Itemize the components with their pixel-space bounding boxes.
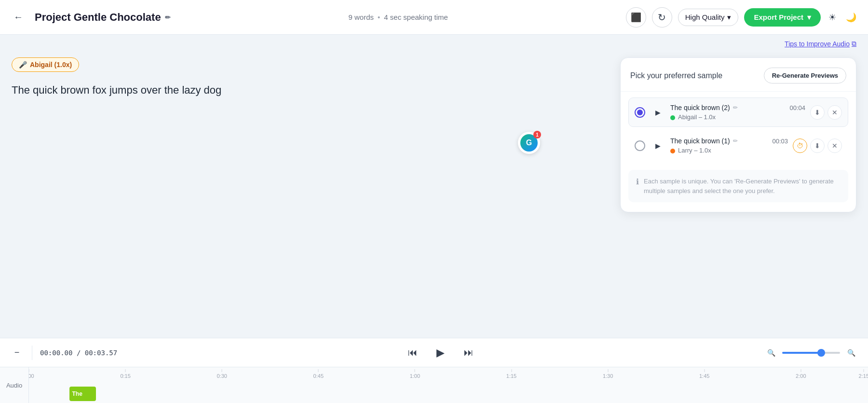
- time-divider: [32, 346, 32, 360]
- quality-button[interactable]: High Quality ▾: [678, 9, 739, 26]
- grammarly-badge[interactable]: G 1: [518, 132, 540, 154]
- edit-project-icon[interactable]: ✏: [165, 14, 171, 21]
- sample-2-edit-icon[interactable]: ✏: [733, 104, 738, 111]
- sample-radio-2[interactable]: [635, 107, 645, 118]
- zoom-slider[interactable]: [782, 352, 840, 354]
- zoom-in-icon: 🔍: [847, 349, 855, 357]
- tickmark-9: [864, 369, 864, 372]
- word-count: 9 words: [349, 13, 374, 21]
- tips-bar: Tips to Improve Audio ⧉: [0, 35, 868, 50]
- minus-icon: −: [14, 347, 20, 358]
- download-sample-1-button[interactable]: ⬇: [810, 139, 825, 153]
- sample-2-time: 00:04: [789, 104, 805, 111]
- tickmark-0: [29, 369, 29, 372]
- timeline-segment[interactable]: The: [69, 387, 96, 401]
- sample-item: ▶ The quick brown (2) ✏ 00:04 Abigail – …: [628, 97, 848, 127]
- play-sample-2-button[interactable]: ▶: [650, 105, 665, 120]
- sample-radio-1[interactable]: [635, 140, 645, 151]
- tick-2:00: 2:00: [796, 373, 806, 379]
- warning-sample-1-button[interactable]: ⏱: [793, 139, 807, 153]
- sun-theme-button[interactable]: ☀: [827, 10, 838, 25]
- main-content: 🎤 Abigail (1.0x) The quick brown fox jum…: [0, 50, 868, 338]
- tick-1:00: 1:00: [410, 373, 420, 379]
- sample-1-name-row: The quick brown (1) ✏ 00:03: [670, 137, 788, 145]
- back-button[interactable]: ←: [10, 10, 27, 25]
- sample-2-voice: Abigail – 1.0x: [678, 113, 716, 121]
- chevron-down-icon: ▾: [727, 13, 731, 22]
- sample-2-actions: ⬇ ✕: [810, 105, 842, 120]
- skip-forward-button[interactable]: ⏭: [460, 344, 477, 361]
- present-button[interactable]: ⬛: [626, 7, 646, 28]
- tickmark-2: [222, 369, 222, 372]
- header-right: ⬛ ↻ High Quality ▾ Export Project ▾ ☀ 🌙: [626, 7, 858, 28]
- zoom-out-button[interactable]: −: [10, 346, 24, 360]
- timeline-track[interactable]: 0:00 0:15 0:30 0:45 1:00 1:15 1:30 1:45 …: [29, 367, 868, 403]
- tickmark-6: [608, 369, 608, 372]
- download-sample-2-button[interactable]: ⬇: [810, 105, 825, 120]
- tickmark-8: [800, 369, 801, 372]
- script-text: The quick brown fox jumps over the lazy …: [12, 80, 609, 100]
- voice-chip[interactable]: 🎤 Abigail (1.0x): [12, 57, 79, 72]
- sample-1-time: 00:03: [772, 138, 788, 145]
- sample-1-dot: [670, 149, 675, 153]
- sample-2-name-row: The quick brown (2) ✏ 00:04: [670, 104, 805, 111]
- export-label: Export Project: [754, 13, 803, 21]
- export-chevron-icon: ▾: [807, 13, 811, 22]
- close-sample-1-button[interactable]: ✕: [827, 139, 842, 153]
- export-button[interactable]: Export Project ▾: [744, 8, 821, 27]
- zoom-out-icon: 🔍: [767, 349, 775, 357]
- project-title-text: Project Gentle Chocolate: [35, 11, 161, 24]
- skip-back-icon: ⏮: [408, 347, 418, 358]
- tick-1:45: 1:45: [699, 373, 709, 379]
- play-icon: ▶: [436, 347, 445, 359]
- tick-0:00: 0:00: [29, 373, 34, 379]
- sample-2-dot: [670, 115, 675, 120]
- sample-panel: Pick your preferred sample Re-Generate P…: [620, 57, 856, 212]
- tickmark-7: [704, 369, 705, 372]
- sample-1-voice: Larry – 1.0x: [678, 147, 711, 154]
- voice-name: Abigail (1.0x): [30, 61, 72, 69]
- moon-icon: 🌙: [846, 13, 856, 22]
- zoom-controls: 🔍 🔍: [764, 346, 858, 360]
- sample-2-info: The quick brown (2) ✏ 00:04 Abigail – 1.…: [670, 104, 805, 121]
- tips-link[interactable]: Tips to Improve Audio ⧉: [785, 40, 856, 48]
- grammarly-notification: 1: [533, 131, 541, 139]
- skip-forward-icon: ⏭: [464, 347, 474, 358]
- editor-area: 🎤 Abigail (1.0x) The quick brown fox jum…: [12, 57, 609, 330]
- play-pause-button[interactable]: ▶: [431, 343, 450, 362]
- tick-0:30: 0:30: [217, 373, 227, 379]
- tick-2:15: 2:15: [859, 373, 868, 379]
- tickmark-1: [125, 369, 126, 372]
- time-total: 00:03.57: [85, 349, 117, 357]
- sun-icon: ☀: [828, 13, 836, 22]
- regenerate-button[interactable]: Re-Generate Previews: [764, 68, 846, 83]
- skip-back-button[interactable]: ⏮: [404, 344, 421, 361]
- sample-1-name: The quick brown (1): [670, 137, 730, 145]
- sample-1-actions: ⏱ ⬇ ✕: [793, 139, 842, 153]
- info-box: ℹ Each sample is unique. You can 'Re-Gen…: [628, 170, 848, 202]
- quality-label: High Quality: [685, 13, 725, 21]
- zoom-in-button[interactable]: 🔍: [844, 346, 858, 360]
- time-current: 00:00.00: [40, 349, 72, 357]
- tick-0:45: 0:45: [313, 373, 324, 379]
- timeline-area: Audio 0:00 0:15 0:30 0:45 1:00 1:15 1:30…: [0, 367, 868, 403]
- info-icon: ℹ: [636, 177, 639, 186]
- time-separator: /: [77, 349, 85, 357]
- header-center: 9 words • 4 sec speaking time: [178, 13, 618, 21]
- sample-panel-title: Pick your preferred sample: [630, 71, 722, 80]
- play-sample-1-button[interactable]: ▶: [650, 138, 665, 153]
- present-icon: ⬛: [631, 12, 641, 23]
- moon-theme-button[interactable]: 🌙: [844, 10, 858, 25]
- time-display: 00:00.00 / 00:03.57: [40, 349, 117, 357]
- refresh-icon: ↻: [658, 12, 666, 23]
- tick-1:30: 1:30: [603, 373, 613, 379]
- sample-2-name: The quick brown (2): [670, 104, 730, 111]
- tick-0:15: 0:15: [120, 373, 130, 379]
- segment-label: The: [72, 390, 82, 397]
- close-sample-2-button[interactable]: ✕: [827, 105, 842, 120]
- refresh-button[interactable]: ↻: [652, 7, 672, 28]
- sample-1-edit-icon[interactable]: ✏: [733, 138, 738, 144]
- zoom-out-right-button[interactable]: 🔍: [764, 346, 778, 360]
- project-title: Project Gentle Chocolate ✏: [35, 11, 171, 24]
- sample-1-info: The quick brown (1) ✏ 00:03 Larry – 1.0x: [670, 137, 788, 154]
